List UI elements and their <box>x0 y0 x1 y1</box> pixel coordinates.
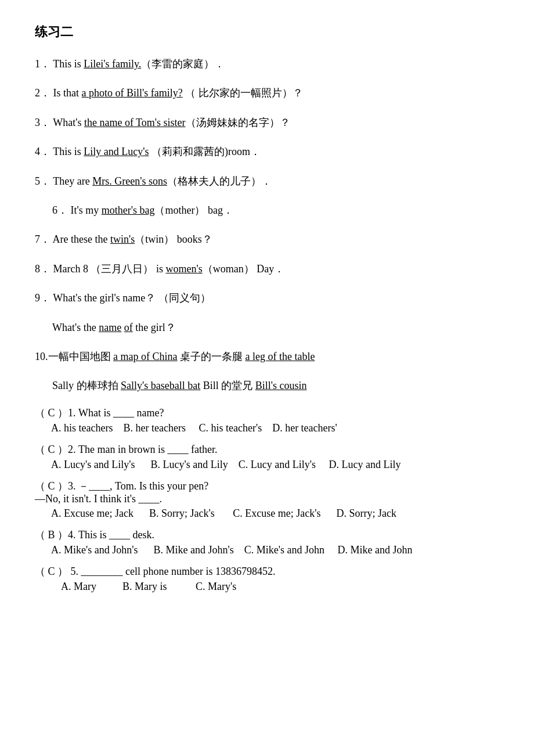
ex6-num: 6． <box>52 204 68 216</box>
mc-item-2: （ C ）2. The man in brown is ____ father.… <box>35 442 499 471</box>
mc3-subquestion: —No, it isn't. I think it's ____. <box>35 493 499 505</box>
exercise-6: 6． It's my mother's bag（mother） bag． <box>52 201 499 219</box>
mc1-question: （ C ）1. What is ____ name? <box>35 406 499 420</box>
ex4-num: 4． <box>35 146 50 157</box>
mc2-optA: A. Lucy's and Lily's <box>51 459 135 470</box>
ex7-num: 7． <box>35 233 50 245</box>
mc2-optD: D. Lucy and Lily <box>329 459 400 470</box>
exercise-9-synonym: What's the name of the girl？ <box>52 318 499 337</box>
ex9-question: What's the girl's name？ （同义句） <box>53 292 210 304</box>
exercise-10: 10.一幅中国地图 a map of China 桌子的一条腿 a leg of… <box>35 347 499 366</box>
mc-item-4: （ B ）4. This is ____ desk. A. Mike's and… <box>35 528 499 556</box>
exercise-1: 1． This is Lilei's family.（李雷的家庭）． <box>35 55 499 73</box>
mc4-answer: （ B ）4. <box>35 529 78 541</box>
ex9-syn-u1: name <box>99 322 121 333</box>
mc5-optC: C. Mary's <box>196 581 236 592</box>
ex5-underlined: Mrs. Green's sons <box>92 175 167 187</box>
mc4-optD: D. Mike and John <box>337 544 412 556</box>
ex10-l2-u1: Sally's baseball bat <box>121 380 200 391</box>
ex9-num: 9． <box>35 292 50 304</box>
ex1-before: This is <box>53 58 84 70</box>
mc-item-5: （ C ） 5. ________ cell phone number is 1… <box>35 564 499 593</box>
ex10-l1-u2: a leg of the table <box>245 351 315 362</box>
ex8-underlined: women's <box>165 263 202 275</box>
ex9-syn-u2: of <box>124 322 133 333</box>
ex1-after: （李雷的家庭）． <box>141 58 225 70</box>
exercise-8: 8． March 8 （三月八日） is women's（woman） Day． <box>35 260 499 278</box>
mc1-optB: B. her teachers <box>123 422 185 434</box>
mc2-text: The man in brown is ____ father. <box>78 444 217 455</box>
mc5-text: ________ cell phone number is 1383679845… <box>81 566 276 577</box>
mc1-optA: A. his teachers <box>51 422 113 434</box>
mc4-optA: A. Mike's and John's <box>51 544 138 556</box>
mc1-answer: （ C ）1. <box>35 407 78 419</box>
ex10-l2-mid: Bill 的堂兄 <box>200 380 255 391</box>
ex8-num: 8． <box>35 263 50 275</box>
ex1-underlined: Lilei's family. <box>84 58 141 70</box>
mc5-optA: A. Mary <box>61 581 96 592</box>
ex2-before: Is that <box>53 87 82 99</box>
ex10-l2-before: Sally 的棒球拍 <box>52 380 121 391</box>
ex3-underlined: the name of Tom's sister <box>84 117 186 128</box>
ex6-before: It's my <box>71 204 102 216</box>
mc3-sub: —No, it isn't. I think it's ____. <box>35 493 162 505</box>
ex10-l1-before: 一幅中国地图 <box>48 351 114 362</box>
mc2-answer: （ C ）2. <box>35 444 78 455</box>
mc5-answer: （ C ） 5. <box>35 566 81 577</box>
mc3-optB: B. Sorry; Jack's <box>149 507 215 519</box>
exercise-9: 9． What's the girl's name？ （同义句） <box>35 289 499 307</box>
ex8-after: （woman） Day． <box>203 263 284 275</box>
mc4-question: （ B ）4. This is ____ desk. <box>35 528 499 542</box>
ex2-after: （ 比尔家的一幅照片）？ <box>183 87 303 99</box>
ex4-underlined: Lily and Lucy's <box>84 146 149 157</box>
ex3-num: 3． <box>35 117 50 128</box>
mc3-question: （ C ）3. －____, Tom. Is this your pen? <box>35 479 499 493</box>
mc3-options: A. Excuse me; Jack B. Sorry; Jack's C. E… <box>51 507 499 520</box>
ex10-l1-mid: 桌子的一条腿 <box>177 351 245 362</box>
ex6-after: （mother） bag． <box>154 204 233 216</box>
mc3-optD: D. Sorry; Jack <box>336 507 396 519</box>
mc1-options: A. his teachers B. her teachers C. his t… <box>51 422 499 434</box>
ex6-underlined: mother's bag <box>102 204 155 216</box>
mc2-optC: C. Lucy and Lily's <box>239 459 316 470</box>
mc3-answer: （ C ）3. <box>35 480 78 492</box>
ex5-num: 5． <box>35 175 50 187</box>
mc4-text: This is ____ desk. <box>78 529 154 541</box>
ex3-after: （汤姆妹妹的名字）？ <box>186 117 290 128</box>
ex10-l1-u1: a map of China <box>113 351 177 362</box>
ex5-after: （格林夫人的儿子）． <box>167 175 272 187</box>
mc5-options: A. Mary B. Mary is C. Mary's <box>51 581 499 593</box>
mc-item-1: （ C ）1. What is ____ name? A. his teache… <box>35 406 499 434</box>
mc3-text: －____, Tom. Is this your pen? <box>78 480 208 492</box>
ex9-syn-before: What's the <box>52 322 99 333</box>
exercise-10-line2: Sally 的棒球拍 Sally's baseball bat Bill 的堂兄… <box>52 376 499 395</box>
ex2-underlined: a photo of Bill's family? <box>82 87 183 99</box>
ex3-before: What's <box>53 117 84 128</box>
mc3-optA: A. Excuse me; Jack <box>51 507 134 519</box>
mc2-optB: B. Lucy's and Lily <box>150 459 228 470</box>
mc2-question: （ C ）2. The man in brown is ____ father. <box>35 442 499 456</box>
exercise-5: 5． They are Mrs. Green's sons（格林夫人的儿子）． <box>35 172 499 190</box>
exercise-4: 4． This is Lily and Lucy's （莉莉和露茜的)room． <box>35 142 499 161</box>
ex5-before: They are <box>53 175 92 187</box>
ex7-underlined: twin's <box>110 233 135 245</box>
mc4-optB: B. Mike and John's <box>153 544 233 556</box>
ex9-syn-end: the girl？ <box>133 322 176 333</box>
mc1-optC: C. his teacher's <box>199 422 262 434</box>
ex1-num: 1． <box>35 58 50 70</box>
mc1-text: What is ____ name? <box>78 407 164 419</box>
ex2-num: 2． <box>35 87 50 99</box>
mc5-optB: B. Mary is <box>122 581 167 592</box>
ex10-num: 10. <box>35 351 48 362</box>
mc-item-3: （ C ）3. －____, Tom. Is this your pen? —N… <box>35 479 499 520</box>
ex10-l2-u2: Bill's cousin <box>255 380 307 391</box>
mc2-options: A. Lucy's and Lily's B. Lucy's and Lily … <box>51 459 499 471</box>
page-title: 练习二 <box>35 23 499 41</box>
ex7-after: （twin） books？ <box>135 233 212 245</box>
ex4-after: （莉莉和露茜的)room． <box>149 146 261 157</box>
mc3-optC: C. Excuse me; Jack's <box>233 507 320 519</box>
mc4-options: A. Mike's and John's B. Mike and John's … <box>51 544 499 556</box>
ex4-before: This is <box>53 146 84 157</box>
exercise-7: 7． Are these the twin's（twin） books？ <box>35 230 499 249</box>
exercise-3: 3． What's the name of Tom's sister（汤姆妹妹的… <box>35 113 499 132</box>
